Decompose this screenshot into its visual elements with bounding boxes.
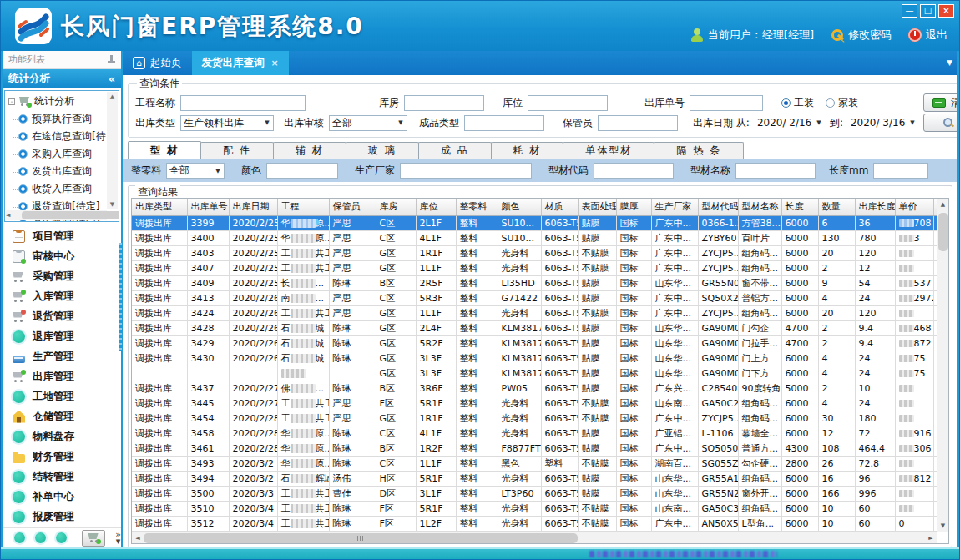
sidebar-item-结转管理[interactable]: 结转管理 bbox=[3, 467, 121, 487]
warehouse-input[interactable] bbox=[404, 95, 484, 111]
radio-jiazhuang[interactable]: 家装 bbox=[826, 96, 858, 110]
column-header-工程[interactable]: 工程 bbox=[277, 199, 329, 215]
sidebar-item-项目管理[interactable]: 项目管理 bbox=[3, 226, 121, 246]
column-header-数量[interactable]: 数量 bbox=[818, 199, 855, 215]
tree-item-发货出库查询[interactable]: 发货出库查询 bbox=[5, 163, 119, 180]
section-header-statistics[interactable]: 统计分析 « bbox=[3, 69, 121, 88]
column-header-出库单号[interactable]: 出库单号 bbox=[187, 199, 229, 215]
sidebar-splitter[interactable] bbox=[119, 243, 122, 351]
column-header-长度[interactable]: 长度 bbox=[781, 199, 818, 215]
table-row[interactable]: 调拨出库34242020/2/26工共工程严思G区1L1F整料光身料6063-T… bbox=[132, 305, 949, 320]
sidebar-item-财务管理[interactable]: 财务管理 bbox=[3, 446, 121, 467]
table-row[interactable]: 调拨出库34292020/2/26石城陈琳G区5R2F整料KLM38176063… bbox=[132, 335, 949, 351]
table-row[interactable]: 调拨出库34072020/2/25工共工程严思G区1L1F整料光身料6063-T… bbox=[132, 260, 949, 275]
table-row[interactable]: 调拨出库34542020/2/28工共工程严思G区1R1F整料光身料6063-T… bbox=[132, 411, 949, 426]
collapse-icon[interactable]: « bbox=[109, 73, 115, 85]
tree-vertical-scrollbar[interactable]: ▲▼ bbox=[107, 92, 118, 209]
sidebar-item-退货管理[interactable]: 退货管理 bbox=[3, 306, 121, 326]
vertical-scroll-thumb[interactable] bbox=[938, 213, 948, 251]
table-row[interactable]: 调拨出库34942020/3/2石辉城汤伟H区5R1F整料光身料6063-T5贴… bbox=[132, 471, 949, 486]
column-header-保管员[interactable]: 保管员 bbox=[329, 199, 376, 215]
out-audit-select[interactable]: 全部 ▼ bbox=[329, 115, 407, 131]
sidebar-item-补单中心[interactable]: 补单中心 bbox=[3, 487, 121, 507]
material-tab-玻璃[interactable]: 玻 璃 bbox=[346, 142, 419, 159]
column-header-单价[interactable]: 单价 bbox=[895, 199, 933, 215]
column-header-膜厚[interactable]: 膜厚 bbox=[616, 199, 651, 215]
table-row[interactable]: 调拨出库34282020/2/26石城陈琳G区2L4F整料KLM38176063… bbox=[132, 320, 949, 335]
tree-item-在途信息查询[待[interactable]: 在途信息查询[待 bbox=[5, 128, 119, 145]
tree-item-收货入库查询[interactable]: 收货入库查询 bbox=[5, 180, 119, 198]
clear-conditions-button[interactable]: 清空条件 bbox=[923, 93, 957, 112]
column-header-颜色[interactable]: 颜色 bbox=[498, 199, 541, 215]
sidebar-item-物料盘存[interactable]: 物料盘存 bbox=[3, 426, 121, 446]
table-row[interactable]: 调拨出库33992020/2/25华原...严思C区2L1F整料SU10...6… bbox=[132, 215, 949, 230]
profile-code-input[interactable] bbox=[594, 163, 674, 179]
project-name-input[interactable] bbox=[180, 95, 306, 111]
color-input[interactable] bbox=[266, 163, 338, 179]
table-row[interactable]: 调拨出库34372020/2/27佛...陈琳B区3R6F整料PW056063-… bbox=[132, 381, 949, 396]
sidebar-item-入库管理[interactable]: 入库管理 bbox=[3, 286, 121, 306]
grid-vertical-scrollbar[interactable]: ▲▼ bbox=[937, 199, 948, 532]
material-tab-型材[interactable]: 型 材 bbox=[128, 141, 201, 159]
overflow-chevron[interactable]: »▾ bbox=[115, 532, 121, 545]
table-row[interactable]: 调拨出库35102020/3/4工共工程陈琳F区5R1F整料光身料6063-T5… bbox=[132, 501, 949, 516]
tab-list-dropdown-icon[interactable]: ▼ bbox=[947, 58, 952, 67]
module-shortcut-icon[interactable] bbox=[56, 532, 67, 543]
column-header-型材代码[interactable]: 型材代码 bbox=[698, 199, 738, 215]
material-tab-辅材[interactable]: 辅 材 bbox=[273, 142, 346, 159]
table-row[interactable]: 调拨出库35002020/3/3工共工程曹佳D区3L1F整料LT3P606063… bbox=[132, 486, 949, 501]
table-row[interactable]: 调拨出库34452020/2/27工共工程严思F区5R1F整料光身料6063-T… bbox=[132, 396, 949, 411]
table-row[interactable]: 调拨出库34582020/2/28华原...陈琳C区4L1F整料光身料6063-… bbox=[132, 426, 949, 441]
sidebar-item-审核中心[interactable]: 审核中心 bbox=[3, 246, 121, 266]
table-row[interactable]: 调拨出库34612020/2/28华原...陈琳B区1R2F整料F8877FT6… bbox=[132, 441, 949, 456]
tree-expander-icon[interactable]: - bbox=[8, 98, 15, 105]
search-button[interactable]: 查 询 bbox=[923, 114, 957, 132]
material-tab-耗材[interactable]: 耗 材 bbox=[491, 142, 564, 159]
tree-root-node[interactable]: - 统计分析 bbox=[5, 91, 119, 110]
horizontal-scroll-thumb[interactable] bbox=[144, 533, 578, 543]
whole-part-select[interactable]: 全部 ▼ bbox=[166, 163, 225, 179]
sidebar-item-出库管理[interactable]: 出库管理 bbox=[3, 366, 121, 386]
sidebar-item-报废管理[interactable]: 报废管理 bbox=[3, 507, 121, 527]
column-header-整零料[interactable]: 整零料 bbox=[456, 199, 498, 215]
maximize-button[interactable]: □ bbox=[920, 4, 936, 18]
tab-shipment-outbound-query[interactable]: 发货出库查询 × bbox=[192, 51, 289, 75]
table-row[interactable]: 调拨出库34932020/3/2华原...陈琳C区1L1F整料黑色塑料不贴膜国标… bbox=[132, 456, 949, 471]
pin-icon[interactable] bbox=[108, 55, 115, 64]
grid-horizontal-scrollbar[interactable]: ◄► bbox=[132, 532, 937, 543]
product-type-input[interactable] bbox=[464, 115, 544, 131]
module-shortcut-icon[interactable] bbox=[14, 532, 25, 543]
material-tab-配件[interactable]: 配 件 bbox=[200, 142, 274, 159]
minimize-button[interactable]: — bbox=[902, 4, 917, 18]
tree-item-预算执行查询[interactable]: 预算执行查询 bbox=[5, 110, 119, 128]
sidebar-item-生产管理[interactable]: 生产管理 bbox=[3, 346, 121, 366]
sidebar-item-退库管理[interactable]: 退库管理 bbox=[3, 326, 121, 346]
column-header-型材名称[interactable]: 型材名称 bbox=[738, 199, 781, 215]
tab-close-icon[interactable]: × bbox=[271, 58, 279, 68]
table-row[interactable]: 调拨出库34032020/2/25工共工程严思G区1R1F整料光身料6063-T… bbox=[132, 245, 949, 260]
date-from-picker[interactable]: 2020/ 2/16 ▼ bbox=[755, 115, 825, 131]
column-header-库房[interactable]: 库房 bbox=[376, 199, 416, 215]
column-header-出库类型[interactable]: 出库类型 bbox=[132, 199, 187, 215]
table-row[interactable]: G区3L3F整料KLM38176063-T5贴膜国标山东华...GA90M09.… bbox=[132, 366, 949, 381]
tree-item-采购入库查询[interactable]: 采购入库查询 bbox=[5, 145, 119, 163]
date-to-picker[interactable]: 2020/ 3/16 ▼ bbox=[848, 115, 918, 131]
table-row[interactable]: 调拨出库34132020/2/26南...严思C区5R3F整料G71422606… bbox=[132, 290, 949, 305]
column-header-出库长度[interactable]: 出库长度 bbox=[855, 199, 895, 215]
close-button[interactable]: × bbox=[938, 4, 954, 18]
column-header-库位[interactable]: 库位 bbox=[416, 199, 456, 215]
column-header-表面处理[interactable]: 表面处理 bbox=[578, 199, 616, 215]
tab-home[interactable]: ⌂ 起始页 bbox=[123, 51, 192, 75]
order-no-input[interactable] bbox=[690, 95, 763, 111]
manufacturer-input[interactable] bbox=[400, 163, 532, 179]
tree-horizontal-scrollbar[interactable]: ◄► bbox=[6, 210, 107, 220]
location-input[interactable] bbox=[528, 95, 608, 111]
keeper-input[interactable] bbox=[598, 115, 678, 131]
table-row[interactable]: 调拨出库34302020/2/26石城陈琳G区3L3F整料KLM38176063… bbox=[132, 351, 949, 366]
sidebar-item-采购管理[interactable]: 采购管理 bbox=[3, 266, 121, 286]
material-tab-隔热条[interactable]: 隔 热 条 bbox=[654, 142, 744, 159]
radio-gongzhuang[interactable]: 工装 bbox=[781, 96, 814, 110]
column-header-材质[interactable]: 材质 bbox=[541, 199, 578, 215]
profile-name-input[interactable] bbox=[735, 163, 816, 179]
cart-shortcut-button[interactable] bbox=[82, 530, 105, 547]
